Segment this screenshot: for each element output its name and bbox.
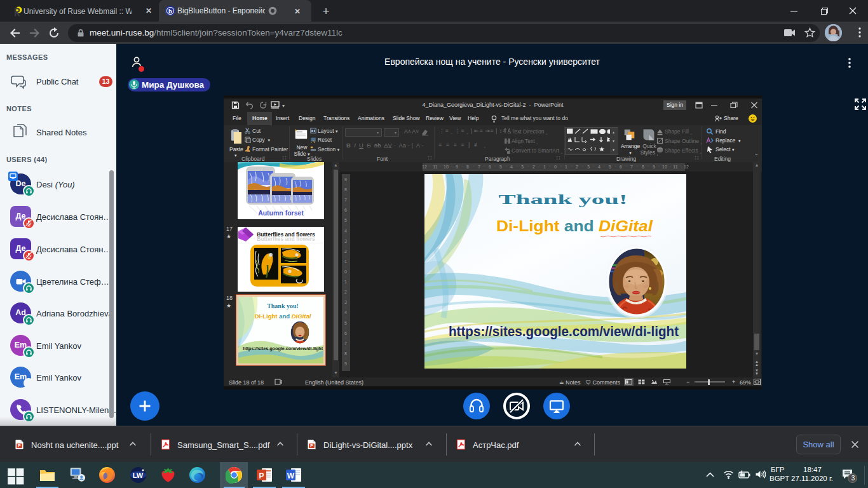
svg-text:b: b xyxy=(168,8,172,15)
svg-text:P: P xyxy=(259,471,264,480)
svg-text:Butterflies and flowers: Butterflies and flowers xyxy=(257,236,315,242)
svg-text:Autumn forset: Autumn forset xyxy=(258,209,304,217)
svg-text:https://sites.google.com/view/: https://sites.google.com/view/di-light xyxy=(449,324,679,339)
svg-text:Thank you!: Thank you! xyxy=(267,302,299,309)
svg-text:P: P xyxy=(310,444,313,448)
svg-text:Thank you!: Thank you! xyxy=(499,191,628,207)
svg-text:LW: LW xyxy=(133,471,144,479)
svg-text:Di-Light and DiGital: Di-Light and DiGital xyxy=(496,217,653,234)
svg-text:W: W xyxy=(287,471,295,480)
svg-text:Di-Light and DiGital: Di-Light and DiGital xyxy=(255,313,311,320)
svg-text:https://sites.google.com/view/: https://sites.google.com/view/di-light xyxy=(243,346,323,351)
svg-text:P: P xyxy=(18,444,21,448)
